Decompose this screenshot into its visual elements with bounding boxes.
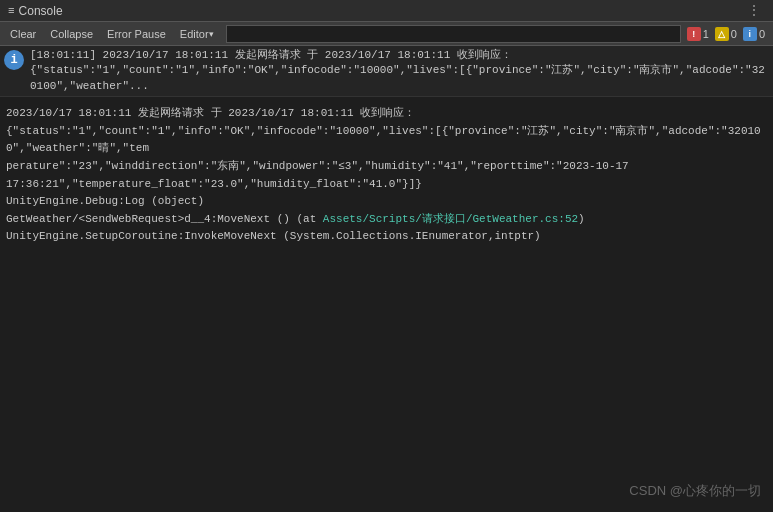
- warning-badge: △ 0: [715, 27, 737, 41]
- search-input[interactable]: [226, 25, 681, 43]
- info-count: 0: [759, 28, 765, 40]
- warning-count: 0: [731, 28, 737, 40]
- console-window: ≡ Console ⋮ Clear Collapse Error Pause E…: [0, 0, 773, 512]
- warning-badge-icon: △: [715, 27, 729, 41]
- title-bar: ≡ Console ⋮: [0, 0, 773, 22]
- log-short-text: [18:01:11] 2023/10/17 18:01:11 发起网络请求 于 …: [30, 48, 769, 94]
- log-link[interactable]: Assets/Scripts/请求接口/GetWeather.cs:52: [323, 213, 578, 225]
- title-bar-text: Console: [19, 4, 63, 18]
- info-badge: i 0: [743, 27, 765, 41]
- log-entry-full: 2023/10/17 18:01:11 发起网络请求 于 2023/10/17 …: [0, 97, 773, 254]
- badge-group: ! 1 △ 0 i 0: [687, 27, 769, 41]
- watermark: CSDN @心疼你的一切: [629, 482, 761, 500]
- editor-button[interactable]: Editor: [174, 24, 220, 44]
- error-count: 1: [703, 28, 709, 40]
- clear-button[interactable]: Clear: [4, 24, 42, 44]
- log-entry-short[interactable]: i [18:01:11] 2023/10/17 18:01:11 发起网络请求 …: [0, 46, 773, 97]
- error-pause-button[interactable]: Error Pause: [101, 24, 172, 44]
- options-icon[interactable]: ⋮: [743, 2, 765, 19]
- info-badge-icon: i: [743, 27, 757, 41]
- log-full-text-before: 2023/10/17 18:01:11 发起网络请求 于 2023/10/17 …: [6, 107, 761, 225]
- console-content[interactable]: i [18:01:11] 2023/10/17 18:01:11 发起网络请求 …: [0, 46, 773, 512]
- collapse-button[interactable]: Collapse: [44, 24, 99, 44]
- error-badge-icon: !: [687, 27, 701, 41]
- log-info-icon: i: [4, 50, 24, 70]
- toolbar: Clear Collapse Error Pause Editor ! 1 △ …: [0, 22, 773, 46]
- error-badge: ! 1: [687, 27, 709, 41]
- console-icon: ≡: [8, 5, 15, 17]
